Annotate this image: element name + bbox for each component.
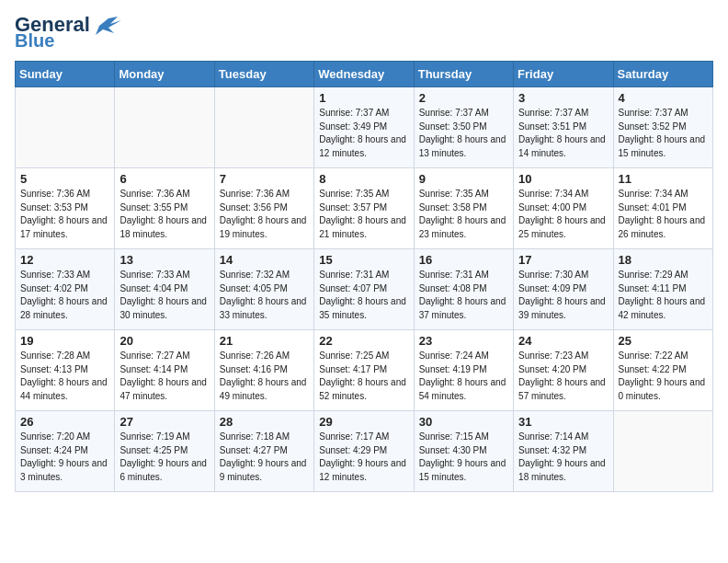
logo-blue: Blue [15,31,54,50]
calendar-cell: 18Sunrise: 7:29 AM Sunset: 4:11 PM Dayli… [613,249,712,330]
calendar-cell: 31Sunrise: 7:14 AM Sunset: 4:32 PM Dayli… [514,411,613,492]
calendar-cell: 28Sunrise: 7:18 AM Sunset: 4:27 PM Dayli… [214,411,313,492]
day-number: 9 [419,172,508,186]
calendar-week-row: 1Sunrise: 7:37 AM Sunset: 3:49 PM Daylig… [16,87,713,168]
day-number: 29 [319,415,408,429]
calendar-week-row: 26Sunrise: 7:20 AM Sunset: 4:24 PM Dayli… [16,411,713,492]
day-info: Sunrise: 7:36 AM Sunset: 3:53 PM Dayligh… [20,188,109,241]
calendar-cell: 22Sunrise: 7:25 AM Sunset: 4:17 PM Dayli… [314,330,414,411]
day-number: 23 [419,334,508,348]
calendar-week-row: 19Sunrise: 7:28 AM Sunset: 4:13 PM Dayli… [16,330,713,411]
calendar-cell: 20Sunrise: 7:27 AM Sunset: 4:14 PM Dayli… [115,330,214,411]
calendar-cell: 14Sunrise: 7:32 AM Sunset: 4:05 PM Dayli… [214,249,313,330]
calendar-cell: 27Sunrise: 7:19 AM Sunset: 4:25 PM Dayli… [115,411,214,492]
header-monday: Monday [115,62,214,87]
day-number: 24 [518,334,608,348]
day-info: Sunrise: 7:29 AM Sunset: 4:11 PM Dayligh… [619,269,708,322]
calendar-cell: 9Sunrise: 7:35 AM Sunset: 3:58 PM Daylig… [414,168,513,249]
day-number: 19 [20,334,109,348]
calendar-table: SundayMondayTuesdayWednesdayThursdayFrid… [15,61,713,492]
calendar-cell: 26Sunrise: 7:20 AM Sunset: 4:24 PM Dayli… [16,411,115,492]
day-info: Sunrise: 7:28 AM Sunset: 4:13 PM Dayligh… [20,350,109,403]
day-number: 30 [419,415,508,429]
calendar-week-row: 12Sunrise: 7:33 AM Sunset: 4:02 PM Dayli… [16,249,713,330]
day-info: Sunrise: 7:33 AM Sunset: 4:04 PM Dayligh… [119,269,209,322]
day-info: Sunrise: 7:19 AM Sunset: 4:25 PM Dayligh… [119,431,209,484]
calendar-cell: 21Sunrise: 7:26 AM Sunset: 4:16 PM Dayli… [214,330,313,411]
day-info: Sunrise: 7:20 AM Sunset: 4:24 PM Dayligh… [20,431,109,484]
day-number: 27 [119,415,209,429]
calendar-cell: 11Sunrise: 7:34 AM Sunset: 4:01 PM Dayli… [613,168,712,249]
day-info: Sunrise: 7:37 AM Sunset: 3:50 PM Dayligh… [419,107,508,160]
day-number: 8 [319,172,408,186]
calendar-cell: 15Sunrise: 7:31 AM Sunset: 4:07 PM Dayli… [314,249,414,330]
calendar-cell: 7Sunrise: 7:36 AM Sunset: 3:56 PM Daylig… [214,168,313,249]
day-number: 7 [220,172,309,186]
day-info: Sunrise: 7:35 AM Sunset: 3:57 PM Dayligh… [319,188,408,241]
day-info: Sunrise: 7:24 AM Sunset: 4:19 PM Dayligh… [419,350,508,403]
day-number: 1 [319,91,408,105]
day-number: 14 [220,253,309,267]
day-info: Sunrise: 7:26 AM Sunset: 4:16 PM Dayligh… [220,350,309,403]
calendar-cell: 19Sunrise: 7:28 AM Sunset: 4:13 PM Dayli… [16,330,115,411]
day-info: Sunrise: 7:33 AM Sunset: 4:02 PM Dayligh… [20,269,109,322]
day-info: Sunrise: 7:25 AM Sunset: 4:17 PM Dayligh… [319,350,408,403]
day-number: 18 [619,253,708,267]
day-number: 22 [319,334,408,348]
day-number: 15 [319,253,408,267]
calendar-cell: 2Sunrise: 7:37 AM Sunset: 3:50 PM Daylig… [414,87,513,168]
day-number: 25 [619,334,708,348]
logo: General Blue [15,15,121,50]
day-info: Sunrise: 7:15 AM Sunset: 4:30 PM Dayligh… [419,431,508,484]
day-info: Sunrise: 7:36 AM Sunset: 3:55 PM Dayligh… [119,188,209,241]
calendar-week-row: 5Sunrise: 7:36 AM Sunset: 3:53 PM Daylig… [16,168,713,249]
day-number: 6 [119,172,209,186]
day-number: 21 [220,334,309,348]
calendar-cell [214,87,313,168]
day-info: Sunrise: 7:31 AM Sunset: 4:08 PM Dayligh… [419,269,508,322]
calendar-cell: 25Sunrise: 7:22 AM Sunset: 4:22 PM Dayli… [613,330,712,411]
page-header: General Blue [15,15,713,50]
day-number: 28 [220,415,309,429]
day-info: Sunrise: 7:37 AM Sunset: 3:51 PM Dayligh… [518,107,608,160]
calendar-cell: 5Sunrise: 7:36 AM Sunset: 3:53 PM Daylig… [16,168,115,249]
header-friday: Friday [514,62,613,87]
calendar-cell: 12Sunrise: 7:33 AM Sunset: 4:02 PM Dayli… [16,249,115,330]
day-info: Sunrise: 7:18 AM Sunset: 4:27 PM Dayligh… [220,431,309,484]
calendar-cell [16,87,115,168]
header-wednesday: Wednesday [314,62,414,87]
day-number: 4 [619,91,708,105]
calendar-cell [613,411,712,492]
calendar-cell: 23Sunrise: 7:24 AM Sunset: 4:19 PM Dayli… [414,330,513,411]
calendar-cell: 16Sunrise: 7:31 AM Sunset: 4:08 PM Dayli… [414,249,513,330]
calendar-cell: 10Sunrise: 7:34 AM Sunset: 4:00 PM Dayli… [514,168,613,249]
day-number: 12 [20,253,109,267]
calendar-cell: 17Sunrise: 7:30 AM Sunset: 4:09 PM Dayli… [514,249,613,330]
day-info: Sunrise: 7:34 AM Sunset: 4:01 PM Dayligh… [619,188,708,241]
day-info: Sunrise: 7:31 AM Sunset: 4:07 PM Dayligh… [319,269,408,322]
day-number: 17 [518,253,608,267]
calendar-cell: 13Sunrise: 7:33 AM Sunset: 4:04 PM Dayli… [115,249,214,330]
calendar-cell: 3Sunrise: 7:37 AM Sunset: 3:51 PM Daylig… [514,87,613,168]
day-number: 31 [518,415,608,429]
day-number: 20 [119,334,209,348]
day-number: 16 [419,253,508,267]
day-number: 13 [119,253,209,267]
calendar-header-row: SundayMondayTuesdayWednesdayThursdayFrid… [16,62,713,87]
day-info: Sunrise: 7:27 AM Sunset: 4:14 PM Dayligh… [119,350,209,403]
calendar-cell: 6Sunrise: 7:36 AM Sunset: 3:55 PM Daylig… [115,168,214,249]
header-saturday: Saturday [613,62,712,87]
day-number: 11 [619,172,708,186]
header-thursday: Thursday [414,62,513,87]
calendar-cell: 4Sunrise: 7:37 AM Sunset: 3:52 PM Daylig… [613,87,712,168]
day-info: Sunrise: 7:30 AM Sunset: 4:09 PM Dayligh… [518,269,608,322]
day-number: 2 [419,91,508,105]
day-number: 26 [20,415,109,429]
day-number: 5 [20,172,109,186]
day-info: Sunrise: 7:17 AM Sunset: 4:29 PM Dayligh… [319,431,408,484]
day-info: Sunrise: 7:37 AM Sunset: 3:49 PM Dayligh… [319,107,408,160]
header-tuesday: Tuesday [214,62,313,87]
calendar-cell: 30Sunrise: 7:15 AM Sunset: 4:30 PM Dayli… [414,411,513,492]
day-number: 10 [518,172,608,186]
calendar-cell: 8Sunrise: 7:35 AM Sunset: 3:57 PM Daylig… [314,168,414,249]
